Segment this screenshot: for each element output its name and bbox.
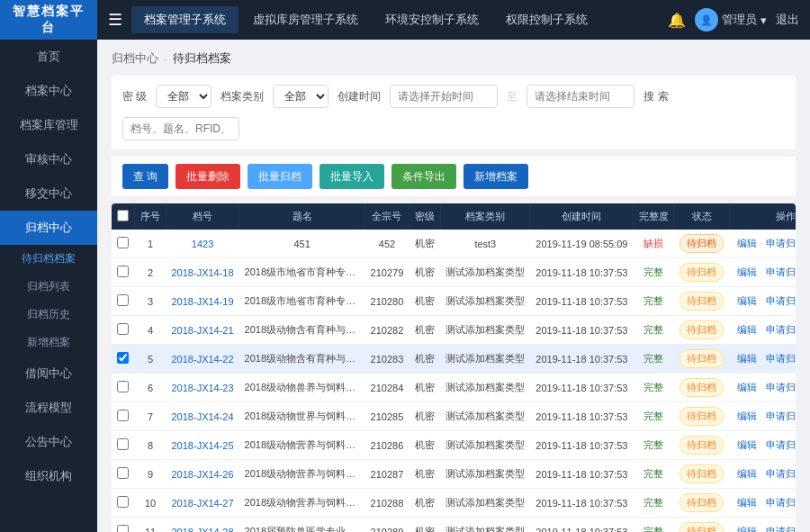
edit-action[interactable]: 编辑 [737, 526, 757, 532]
apply-archive-action[interactable]: 申请归档 [766, 238, 796, 248]
sidebar-item-home[interactable]: 首页 [0, 40, 97, 74]
sidebar-item-transfer[interactable]: 移交中心 [0, 176, 97, 211]
notification-icon[interactable]: 🔔 [668, 12, 686, 29]
sidebar-sub-new[interactable]: 新增档案 [0, 329, 97, 356]
row-no: 2018-JX14-26 [166, 460, 239, 489]
edit-action[interactable]: 编辑 [737, 439, 757, 450]
nav-item-env[interactable]: 环境安控制子系统 [373, 6, 491, 33]
apply-archive-action[interactable]: 申请归档 [766, 439, 796, 450]
row-checkbox[interactable] [117, 438, 129, 450]
nav-item-perm[interactable]: 权限控制子系统 [493, 6, 600, 33]
row-checkbox[interactable] [117, 381, 129, 392]
new-archive-button[interactable]: 新增档案 [464, 164, 528, 189]
sidebar-item-archives[interactable]: 档案中心 [0, 74, 97, 108]
col-complete: 完整度 [633, 203, 674, 230]
top-nav: ☰ 档案管理子系统 虚拟库房管理子系统 环境安控制子系统 权限控制子系统 🔔 👤… [97, 0, 810, 40]
chevron-down-icon: ▾ [760, 14, 767, 27]
condition-export-button[interactable]: 条件导出 [392, 164, 456, 189]
col-actions: 操作 [729, 203, 796, 230]
row-full-no: 210280 [365, 287, 410, 316]
exit-button[interactable]: 退出 [776, 12, 799, 28]
row-checkbox[interactable] [117, 467, 129, 479]
menu-toggle-icon[interactable]: ☰ [108, 10, 122, 30]
table-row: 1 1423 451 452 机密 test3 2019-11-19 08:55… [112, 230, 796, 258]
date-separator: 至 [507, 89, 518, 104]
apply-archive-action[interactable]: 申请归档 [766, 497, 796, 508]
avatar: 👤 [695, 8, 718, 32]
row-title: 2018级动物兽养与饲料科学专... [239, 374, 365, 402]
row-checkbox[interactable] [117, 525, 129, 532]
date-end-input[interactable] [526, 85, 634, 108]
date-start-input[interactable] [390, 85, 498, 108]
sidebar-item-borrow[interactable]: 借阅中心 [0, 356, 97, 391]
row-actions: 编辑 申请归档 删除 [729, 402, 796, 431]
row-actions: 编辑 申请归档 删除 [729, 345, 796, 374]
type-select[interactable]: 全部 [273, 85, 328, 108]
row-checkbox[interactable] [117, 352, 129, 364]
nav-item-archive-mgmt[interactable]: 档案管理子系统 [131, 6, 238, 33]
sidebar-sub-pending[interactable]: 待归档档案 [0, 245, 97, 273]
row-status: 待归档 [674, 345, 729, 374]
apply-archive-action[interactable]: 申请归档 [766, 410, 796, 421]
row-title: 2018级动物含有育种与繁殖专... [239, 316, 365, 345]
row-checkbox[interactable] [117, 496, 129, 508]
row-checkbox[interactable] [117, 323, 129, 335]
apply-archive-action[interactable]: 申请归档 [766, 266, 796, 277]
sidebar-item-library[interactable]: 档案库管理 [0, 108, 97, 142]
row-time: 2019-11-19 08:55:09 [530, 230, 633, 258]
row-checkbox[interactable] [117, 410, 129, 421]
batch-archive-button[interactable]: 批量归档 [248, 164, 312, 189]
table-row: 7 2018-JX14-24 2018级动物世界与饲料科学专... 210285… [112, 402, 796, 431]
edit-action[interactable]: 编辑 [737, 238, 757, 248]
row-no: 1423 [166, 230, 239, 258]
sidebar-item-workflow[interactable]: 流程模型 [0, 391, 97, 425]
apply-archive-action[interactable]: 申请归档 [766, 295, 796, 306]
user-menu[interactable]: 👤 管理员 ▾ [695, 8, 767, 32]
row-checkbox[interactable] [117, 294, 129, 306]
batch-delete-button[interactable]: 批量删除 [176, 164, 240, 189]
search-button[interactable]: 查 询 [122, 164, 168, 189]
edit-action[interactable]: 编辑 [737, 410, 757, 421]
row-checkbox[interactable] [117, 266, 129, 277]
sidebar-item-review[interactable]: 审核中心 [0, 142, 97, 176]
row-type: 测试添加档案类型 [440, 287, 530, 316]
row-no: 2018-JX14-19 [166, 287, 239, 316]
apply-archive-action[interactable]: 申请归档 [766, 324, 796, 335]
apply-archive-action[interactable]: 申请归档 [766, 382, 796, 392]
row-density: 机密 [409, 431, 440, 460]
row-status: 待归档 [674, 402, 729, 431]
row-complete: 完整 [633, 287, 674, 316]
row-density: 机密 [409, 316, 440, 345]
sidebar-item-归档[interactable]: 归档中心 [0, 211, 97, 245]
select-all-checkbox[interactable] [117, 210, 129, 221]
sidebar-item-org[interactable]: 组织机构 [0, 459, 97, 493]
row-time: 2019-11-18 10:37:53 [530, 316, 633, 345]
row-type: 测试添加档案类型 [440, 402, 530, 431]
edit-action[interactable]: 编辑 [737, 266, 757, 277]
edit-action[interactable]: 编辑 [737, 497, 757, 508]
edit-action[interactable]: 编辑 [737, 468, 757, 479]
row-type: 测试添加档案类型 [440, 316, 530, 345]
edit-action[interactable]: 编辑 [737, 353, 757, 364]
row-type: 测试添加档案类型 [440, 460, 530, 489]
sidebar-sub-list[interactable]: 归档列表 [0, 273, 97, 301]
breadcrumb-root[interactable]: 归档中心 [112, 50, 158, 67]
nav-item-virt-lib[interactable]: 虚拟库房管理子系统 [240, 6, 371, 33]
sidebar-item-notice[interactable]: 公告中心 [0, 425, 97, 459]
edit-action[interactable]: 编辑 [737, 324, 757, 335]
row-id: 11 [135, 518, 166, 533]
col-no: 档号 [166, 203, 239, 230]
apply-archive-action[interactable]: 申请归档 [766, 526, 796, 532]
table-row: 6 2018-JX14-23 2018级动物兽养与饲料科学专... 210284… [112, 374, 796, 402]
edit-action[interactable]: 编辑 [737, 382, 757, 392]
row-status: 待归档 [674, 230, 729, 258]
search-input[interactable] [122, 117, 239, 140]
apply-archive-action[interactable]: 申请归档 [766, 468, 796, 479]
table-row: 4 2018-JX14-21 2018级动物含有育种与繁殖专... 210282… [112, 316, 796, 345]
apply-archive-action[interactable]: 申请归档 [766, 353, 796, 364]
row-checkbox[interactable] [117, 237, 129, 248]
density-select[interactable]: 全部 机密 普通 [156, 85, 212, 108]
edit-action[interactable]: 编辑 [737, 295, 757, 306]
sidebar-sub-history[interactable]: 归档历史 [0, 301, 97, 329]
batch-import-button[interactable]: 批量导入 [320, 164, 384, 189]
